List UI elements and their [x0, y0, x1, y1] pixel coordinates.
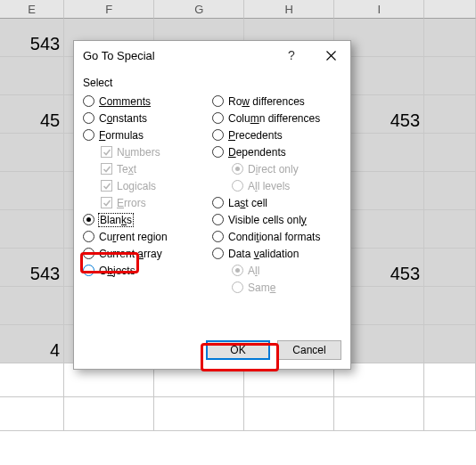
radio-label: Data validation: [228, 248, 299, 260]
radio-icon: [212, 112, 224, 124]
radio-constants[interactable]: Constants: [83, 110, 212, 126]
radio-label: Comments: [99, 95, 151, 108]
colhead-g[interactable]: G: [154, 0, 244, 19]
cell[interactable]: [424, 57, 476, 94]
radio-label: Dependents: [228, 146, 286, 159]
radio-precedents[interactable]: Precedents: [212, 126, 341, 143]
cell[interactable]: [64, 397, 154, 430]
radio-comments[interactable]: Comments: [83, 93, 212, 110]
radio-last-cell[interactable]: Last cell: [212, 194, 341, 211]
cell[interactable]: [424, 95, 476, 133]
radio-icon: [83, 129, 94, 141]
check-text: Text: [83, 160, 212, 177]
radio-icon: [212, 146, 224, 158]
cell[interactable]: [154, 397, 244, 430]
ok-button[interactable]: OK: [206, 340, 270, 360]
radio-label: Current region: [99, 231, 168, 243]
radio-icon: [83, 95, 94, 107]
cell[interactable]: 4: [0, 325, 64, 363]
radio-label: All levels: [248, 180, 290, 192]
radio-objects[interactable]: Objects: [83, 262, 212, 279]
check-numbers: Numbers: [83, 143, 212, 160]
radio-column-differences[interactable]: Column differences: [212, 110, 341, 126]
cell[interactable]: [424, 363, 476, 396]
radio-visible-cells-only[interactable]: Visible cells only: [212, 211, 341, 228]
cell[interactable]: [424, 134, 476, 171]
radio-label: Current array: [99, 248, 162, 260]
cell[interactable]: [334, 397, 424, 430]
cell[interactable]: [0, 287, 64, 324]
check-errors: Errors: [83, 194, 212, 211]
radio-label: Visible cells only: [228, 214, 307, 226]
radio-blanks[interactable]: Blanks: [83, 211, 212, 228]
radio-all-levels: All levels: [212, 177, 341, 194]
goto-special-dialog: Go To Special ? Select Comments Constant…: [73, 40, 351, 370]
radio-label: Conditional formats: [228, 231, 320, 243]
radio-icon: [212, 197, 224, 208]
radio-label: Last cell: [228, 197, 267, 209]
close-button[interactable]: [311, 41, 350, 69]
cell[interactable]: [0, 397, 64, 430]
cell[interactable]: [0, 134, 64, 171]
radio-label: Formulas: [99, 129, 144, 142]
cell[interactable]: [0, 210, 64, 248]
check-icon: [101, 163, 112, 175]
cell[interactable]: [424, 210, 476, 248]
radio-direct-only: Direct only: [212, 160, 341, 177]
colhead-e[interactable]: E: [0, 0, 64, 19]
cell[interactable]: [424, 397, 476, 430]
radio-icon: [83, 112, 94, 124]
radio-label: Precedents: [228, 129, 283, 142]
check-label: Text: [117, 163, 136, 175]
select-group-label: Select: [83, 77, 341, 89]
cell[interactable]: [0, 363, 64, 396]
radio-label: Column differences: [228, 112, 320, 125]
dialog-title: Go To Special: [83, 49, 272, 62]
radio-icon: [83, 231, 94, 242]
colhead-blank[interactable]: [424, 0, 476, 19]
cell[interactable]: [424, 249, 476, 286]
cell[interactable]: 543: [0, 249, 64, 286]
cell[interactable]: 45: [0, 95, 64, 133]
cell[interactable]: [424, 287, 476, 324]
cell[interactable]: [424, 19, 476, 56]
radio-icon: [212, 214, 224, 225]
radio-icon: [232, 265, 243, 276]
radio-same: Same: [212, 279, 341, 296]
radio-icon: [83, 248, 94, 259]
radio-icon: [232, 281, 243, 293]
check-label: Errors: [117, 197, 146, 209]
check-icon: [101, 180, 112, 192]
cell[interactable]: [424, 325, 476, 363]
colhead-f[interactable]: F: [64, 0, 154, 19]
radio-all: All: [212, 262, 341, 279]
left-column: Comments Constants Formulas Numbers: [83, 93, 212, 296]
radio-label: Row differences: [228, 95, 305, 108]
check-label: Logicals: [117, 180, 156, 192]
colhead-i[interactable]: I: [334, 0, 424, 19]
radio-icon: [212, 129, 224, 141]
check-icon: [101, 197, 112, 208]
cell[interactable]: [244, 397, 334, 430]
radio-formulas[interactable]: Formulas: [83, 126, 212, 143]
radio-data-validation[interactable]: Data validation: [212, 245, 341, 262]
radio-dependents[interactable]: Dependents: [212, 143, 341, 160]
right-column: Row differences Column differences Prece…: [212, 93, 341, 296]
radio-current-region[interactable]: Current region: [83, 228, 212, 245]
cell[interactable]: [424, 172, 476, 209]
cell[interactable]: 543: [0, 19, 64, 56]
radio-conditional-formats[interactable]: Conditional formats: [212, 228, 341, 245]
help-button[interactable]: ?: [272, 41, 311, 69]
colhead-h[interactable]: H: [244, 0, 334, 19]
column-headers: E F G H I: [0, 0, 476, 19]
cancel-button[interactable]: Cancel: [277, 340, 341, 360]
check-logicals: Logicals: [83, 177, 212, 194]
radio-icon: [232, 163, 243, 175]
radio-label: Same: [248, 281, 275, 294]
cell[interactable]: [0, 172, 64, 209]
radio-current-array[interactable]: Current array: [83, 245, 212, 262]
radio-row-differences[interactable]: Row differences: [212, 93, 341, 110]
check-icon: [101, 146, 112, 158]
cell[interactable]: [0, 57, 64, 94]
radio-label: Objects: [99, 265, 135, 277]
